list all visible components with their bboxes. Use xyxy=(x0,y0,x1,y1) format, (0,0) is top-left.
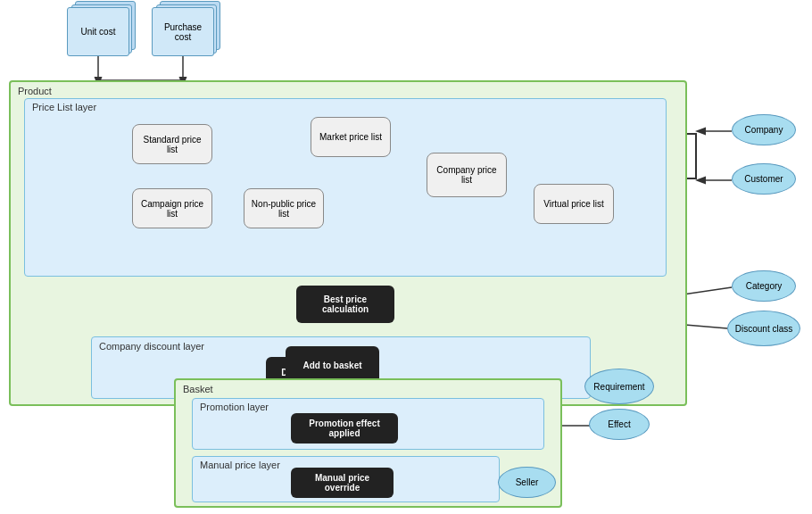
manual-layer-label: Manual price layer xyxy=(200,460,280,470)
discount-class-oval: Discount class xyxy=(727,311,800,346)
best-price-pill: Best price calculation xyxy=(296,286,394,323)
unit-cost-doc: Unit cost xyxy=(67,7,129,56)
customer-oval: Customer xyxy=(732,163,796,195)
market-price-item: Market price list xyxy=(311,117,391,157)
nonpublic-price-item: Non-public price list xyxy=(244,188,324,228)
campaign-price-item: Campaign price list xyxy=(132,188,212,228)
promotion-layer: Promotion layer Promotion effect applied xyxy=(192,398,544,450)
seller-oval: Seller xyxy=(498,467,556,498)
company-price-item: Company price list xyxy=(427,153,507,197)
purchase-cost-doc: Purchase cost xyxy=(152,7,214,56)
promotion-effect-pill: Promotion effect applied xyxy=(291,413,398,444)
price-list-layer: Price List layer Standard price list Mar… xyxy=(24,98,667,277)
category-oval: Category xyxy=(732,270,796,302)
manual-layer: Manual price layer Manual price override xyxy=(192,456,500,502)
company-oval: Company xyxy=(732,114,796,145)
diagram-container: Unit cost Purchase cost Product Price Li… xyxy=(0,0,812,514)
price-list-label: Price List layer xyxy=(32,102,96,112)
requirement-oval: Requirement xyxy=(584,369,654,404)
virtual-price-item: Virtual price list xyxy=(534,184,614,224)
standard-price-item: Standard price list xyxy=(132,124,212,164)
manual-price-pill: Manual price override xyxy=(291,468,394,498)
effect-oval: Effect xyxy=(589,409,650,440)
product-label: Product xyxy=(18,86,52,96)
discount-layer-label: Company discount layer xyxy=(99,341,204,352)
promotion-layer-label: Promotion layer xyxy=(200,402,269,412)
basket-label: Basket xyxy=(183,384,213,394)
